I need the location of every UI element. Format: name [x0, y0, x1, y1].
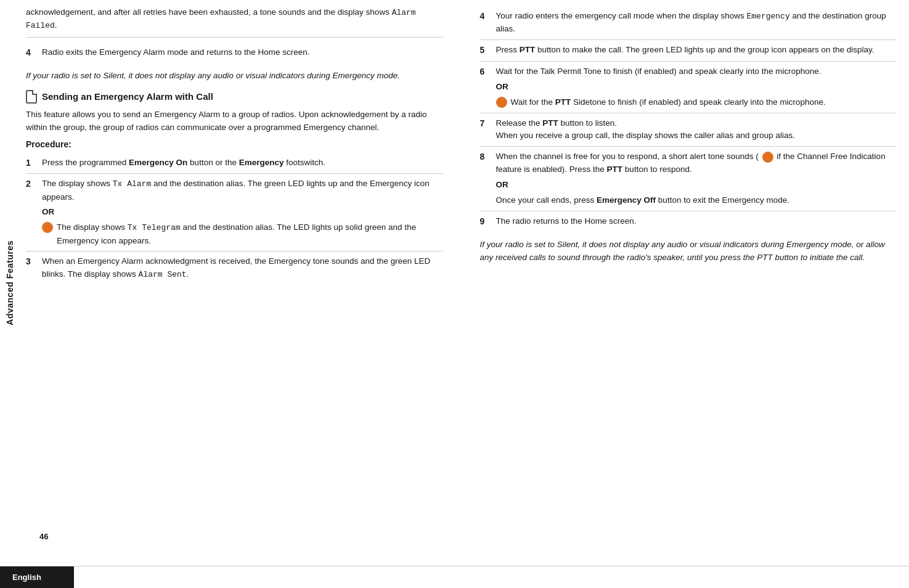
step-2-sub-before: The display shows — [57, 223, 128, 232]
intro-period: . — [55, 20, 57, 30]
orange-icon-step6 — [496, 97, 507, 108]
step-1-text-after: footswitch. — [283, 158, 325, 167]
intro-mono2: Failed — [26, 21, 55, 30]
step-5-right-before: Press — [496, 45, 520, 54]
italic-note-right: If your radio is set to Silent, it does … — [480, 239, 897, 264]
intro-paragraph: acknowledgement, and after all retries h… — [26, 6, 443, 32]
step-4-num: 4 — [26, 46, 36, 60]
step-8-right-num: 8 — [480, 150, 490, 164]
step-6-right-content: Wait for the Talk Permit Tone to finish … — [496, 65, 897, 109]
italic-note-left: If your radio is set to Silent, it does … — [26, 70, 443, 83]
step-7-right-num: 7 — [480, 117, 490, 131]
step-3-text-before: When an Emergency Alarm acknowledgment i… — [42, 256, 430, 279]
sidebar-label: Advanced Features — [5, 240, 15, 325]
step-3-num: 3 — [26, 255, 36, 269]
step-9-right-content: The radio returns to the Home screen. — [496, 215, 897, 228]
step-4-text: Radio exits the Emergency Alarm mode and… — [42, 46, 443, 59]
step-2-content: The display shows Tx Alarm and the desti… — [42, 178, 443, 247]
intro-text-before: acknowledgement, and after all retries h… — [26, 7, 392, 17]
right-column: 4 Your radio enters the emergency call m… — [462, 6, 897, 566]
step-7-right-after: When you receive a group call, the displ… — [496, 131, 796, 140]
footer: English — [0, 566, 909, 588]
step-7-right-bold1: PTT — [542, 118, 558, 128]
step-5-right: 5 Press PTT button to make the call. The… — [480, 39, 897, 61]
step-8-right-or: OR — [496, 179, 897, 192]
step-1-content: Press the programmed Emergency On button… — [42, 157, 443, 169]
step-2-sub-mono: Tx Telegram — [128, 223, 181, 232]
step-2-sub-text: The display shows Tx Telegram and the de… — [57, 221, 443, 247]
step-8-right: 8 When the channel is free for you to re… — [480, 146, 897, 211]
step-4-right-mono: Emergency — [746, 12, 789, 21]
step-1-text-mid: button or the — [187, 158, 238, 167]
step-8-right-content: When the channel is free for you to resp… — [496, 150, 897, 207]
footer-language: English — [0, 566, 74, 588]
step-1-bold2: Emergency — [239, 158, 284, 167]
italic-note-right-text: If your radio is set to Silent, it does … — [480, 240, 885, 262]
step-6-sub-text: Wait for the PTT Sidetone to finish (if … — [511, 96, 826, 109]
step-2-sub: The display shows Tx Telegram and the de… — [42, 221, 443, 247]
step-7-right: 7 Release the PTT button to listen. When… — [480, 113, 897, 147]
step-8-right-bold1: PTT — [607, 165, 623, 174]
step-5-right-num: 5 — [480, 44, 490, 57]
step-7-right-content: Release the PTT button to listen. When y… — [496, 117, 897, 143]
step-4-right-num: 4 — [480, 10, 490, 23]
step-8-sub-after: button to exit the Emergency mode. — [656, 195, 789, 205]
procedure-steps-left: 1 Press the programmed Emergency On butt… — [26, 153, 443, 285]
step-8-right-main: When the channel is free for you to resp… — [496, 152, 759, 161]
step-1-num: 1 — [26, 157, 36, 170]
step-2-num: 2 — [26, 178, 36, 191]
step-5-right-after: button to make the call. The green LED l… — [535, 45, 874, 54]
step-7-right-before: Release the — [496, 118, 543, 128]
step-6-sub-bold: PTT — [555, 97, 571, 107]
step-4-right-before: Your radio enters the emergency call mod… — [496, 11, 747, 20]
step-8-sub-before: Once your call ends, press — [496, 195, 597, 205]
step-3-content: When an Emergency Alarm acknowledgment i… — [42, 255, 443, 281]
step-4-right: 4 Your radio enters the emergency call m… — [480, 6, 897, 39]
intro-mono1: Alarm — [392, 8, 416, 17]
step-6-sub-before: Wait for the — [511, 97, 555, 107]
step-6-right-main: Wait for the Talk Permit Tone to finish … — [496, 67, 821, 76]
step-6-sub: Wait for the PTT Sidetone to finish (if … — [496, 96, 897, 109]
left-column: acknowledgement, and after all retries h… — [26, 6, 462, 566]
step-2: 2 The display shows Tx Alarm and the des… — [26, 173, 443, 251]
page-number: 46 — [39, 532, 48, 541]
step-2-text-before: The display shows — [42, 179, 113, 188]
procedure-steps-right: 4 Your radio enters the emergency call m… — [480, 6, 897, 232]
orange-icon-step2 — [42, 222, 53, 233]
section-heading: Sending an Emergency Alarm with Call — [26, 90, 443, 104]
step-5-right-bold1: PTT — [520, 45, 536, 54]
step-9-right: 9 The radio returns to the Home screen. — [480, 211, 897, 232]
step-6-right: 6 Wait for the Talk Permit Tone to finis… — [480, 61, 897, 113]
step-3-text-after: . — [187, 269, 189, 279]
sidebar: Advanced Features — [0, 0, 20, 566]
step-2-mono: Tx Alarm — [113, 179, 151, 189]
step-1: 1 Press the programmed Emergency On butt… — [26, 153, 443, 174]
step-6-sub-after: Sidetone to finish (if enabled) and spea… — [571, 97, 826, 107]
step-1-bold1: Emergency On — [129, 158, 187, 167]
step-6-right-or: OR — [496, 81, 897, 94]
step-6-right-num: 6 — [480, 65, 490, 79]
step-5-right-content: Press PTT button to make the call. The g… — [496, 44, 897, 57]
section-heading-text: Sending an Emergency Alarm with Call — [42, 91, 213, 102]
step-7-right-mid: button to listen. — [558, 118, 617, 128]
step-9-right-num: 9 — [480, 215, 490, 229]
step-3-mono: Alarm Sent — [139, 270, 187, 279]
step-2-or: OR — [42, 206, 443, 219]
orange-icon-step8 — [762, 152, 773, 163]
step-4-right-content: Your radio enters the emergency call mod… — [496, 10, 897, 36]
intro-steps: 4 Radio exits the Emergency Alarm mode a… — [26, 43, 443, 63]
step-8-sub-bold: Emergency Off — [597, 195, 656, 205]
step-1-text-before: Press the programmed — [42, 158, 129, 167]
feature-description: This feature allows you to send an Emerg… — [26, 108, 443, 134]
step-8-right-mid: button to respond. — [622, 165, 692, 174]
document-icon — [26, 90, 37, 104]
step-3: 3 When an Emergency Alarm acknowledgment… — [26, 251, 443, 285]
step-4-left: 4 Radio exits the Emergency Alarm mode a… — [26, 43, 443, 63]
procedure-label: Procedure: — [26, 139, 443, 149]
